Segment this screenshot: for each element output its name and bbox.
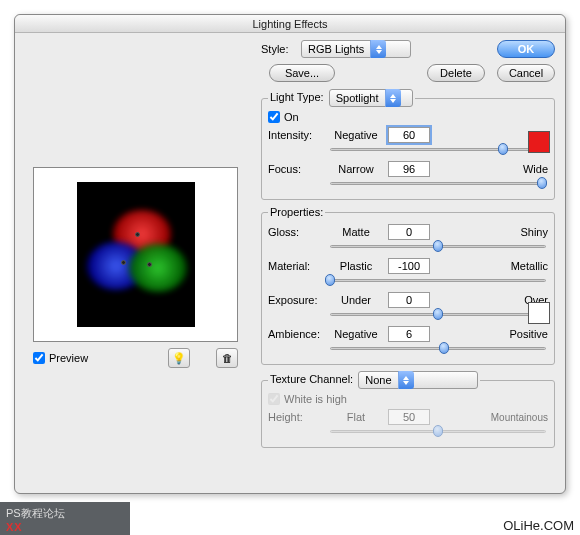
ambience-hi: Positive (436, 328, 548, 340)
gloss-hi: Shiny (436, 226, 548, 238)
preview-image (77, 182, 195, 327)
intensity-label: Intensity: (268, 129, 324, 141)
light-type-select[interactable]: Spotlight (329, 89, 413, 107)
exposure-value[interactable]: 0 (388, 292, 430, 308)
texture-legend: Texture Channel: None (268, 371, 480, 389)
cancel-button[interactable]: Cancel (497, 64, 555, 82)
intensity-value[interactable]: 60 (388, 127, 430, 143)
style-select-value: RGB Lights (308, 43, 364, 55)
preview-canvas[interactable] (33, 167, 238, 342)
focus-label: Focus: (268, 163, 324, 175)
style-label: Style: (261, 43, 301, 55)
save-button[interactable]: Save... (269, 64, 335, 82)
white-is-high-input (268, 393, 280, 405)
lighting-effects-dialog: Lighting Effects Style: RGB Lights OK Sa… (14, 14, 566, 494)
light-type-group: Light Type: Spotlight On Intensity: Nega… (261, 89, 555, 200)
bulb-icon[interactable]: 💡 (168, 348, 190, 368)
exposure-lo: Under (328, 294, 384, 306)
gloss-label: Gloss: (268, 226, 324, 238)
on-checkbox-input[interactable] (268, 111, 280, 123)
ambience-value[interactable]: 6 (388, 326, 430, 342)
chevron-updown-icon (385, 89, 401, 107)
gloss-lo: Matte (328, 226, 384, 238)
properties-group: Properties: Gloss: Matte 0 Shiny Materia… (261, 206, 555, 365)
ambient-color-swatch[interactable] (528, 302, 550, 324)
material-slider[interactable] (330, 274, 546, 286)
intensity-slider[interactable] (330, 143, 546, 155)
ok-button[interactable]: OK (497, 40, 555, 58)
on-checkbox[interactable]: On (268, 111, 299, 123)
chevron-updown-icon (398, 371, 414, 389)
height-slider (330, 425, 546, 437)
trash-icon[interactable]: 🗑 (216, 348, 238, 368)
intensity-lo: Negative (328, 129, 384, 141)
white-is-high-checkbox: White is high (268, 393, 347, 405)
height-lo: Flat (328, 411, 384, 423)
focus-value[interactable]: 96 (388, 161, 430, 177)
watermark-right: OLiHe.COM (503, 518, 574, 533)
height-hi: Mountainous (436, 412, 548, 423)
ambience-label: Ambience: (268, 328, 324, 340)
preview-checkbox-input[interactable] (33, 352, 45, 364)
focus-slider[interactable] (330, 177, 546, 189)
gloss-slider[interactable] (330, 240, 546, 252)
height-label: Height: (268, 411, 324, 423)
delete-button[interactable]: Delete (427, 64, 485, 82)
chevron-updown-icon (370, 40, 386, 58)
properties-legend: Properties: (268, 206, 325, 218)
material-value[interactable]: -100 (388, 258, 430, 274)
height-value: 50 (388, 409, 430, 425)
ambience-slider[interactable] (330, 342, 546, 354)
material-lo: Plastic (328, 260, 384, 272)
texture-channel-select[interactable]: None (358, 371, 478, 389)
light-type-legend: Light Type: Spotlight (268, 89, 415, 107)
light-color-swatch[interactable] (528, 131, 550, 153)
exposure-slider[interactable] (330, 308, 546, 320)
focus-hi: Wide (436, 163, 548, 175)
ambience-lo: Negative (328, 328, 384, 340)
gloss-value[interactable]: 0 (388, 224, 430, 240)
title-bar: Lighting Effects (15, 15, 565, 33)
preview-checkbox[interactable]: Preview (33, 352, 88, 364)
material-label: Material: (268, 260, 324, 272)
exposure-label: Exposure: (268, 294, 324, 306)
focus-lo: Narrow (328, 163, 384, 175)
texture-channel-group: Texture Channel: None White is high Heig… (261, 371, 555, 448)
style-select[interactable]: RGB Lights (301, 40, 411, 58)
watermark-left: PS教程论坛 XX (0, 502, 130, 535)
material-hi: Metallic (436, 260, 548, 272)
